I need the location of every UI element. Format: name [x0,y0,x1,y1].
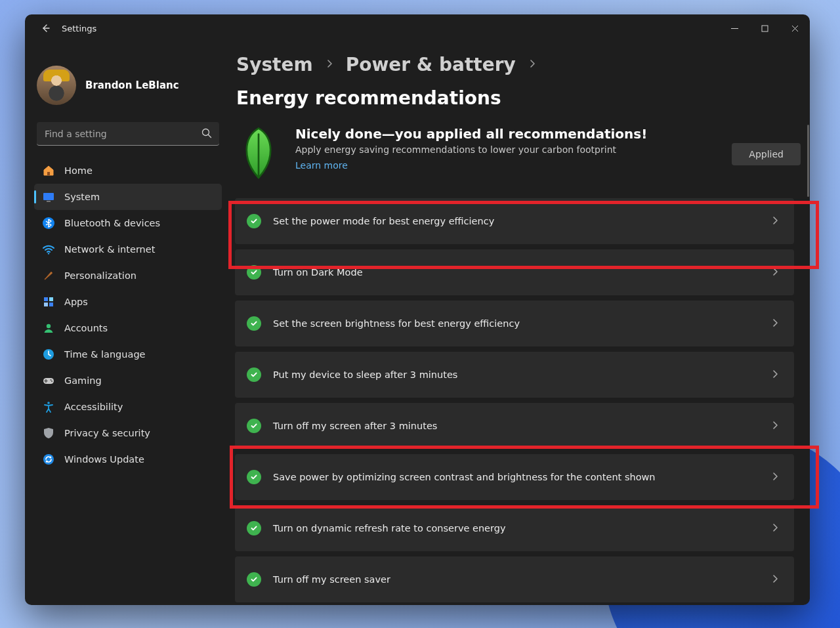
svg-rect-4 [47,201,51,202]
svg-point-11 [47,324,51,328]
recommendation-label: Set the screen brightness for best energ… [273,318,770,329]
chevron-right-icon [770,420,780,432]
svg-rect-7 [44,297,48,301]
recommendation-row[interactable]: Set the screen brightness for best energ… [235,301,794,346]
chevron-right-icon [770,369,780,381]
recommendation-label: Put my device to sleep after 3 minutes [273,369,770,380]
recommendation-label: Turn on Dark Mode [273,267,770,278]
chevron-right-icon [770,266,780,279]
chevron-right-icon [770,574,780,586]
check-icon [247,316,261,331]
sidebar-item-home[interactable]: Home [34,157,222,184]
recommendation-label: Turn off my screen after 3 minutes [273,421,770,431]
sidebar-item-brush[interactable]: Personalization [34,262,222,289]
profile[interactable]: Brandon LeBlanc [34,54,222,122]
sidebar-item-label: Network & internet [64,244,155,255]
recommendation-row[interactable]: Turn on dynamic refresh rate to conserve… [235,505,794,551]
chevron-right-icon [325,58,334,71]
titlebar: Settings [25,14,810,42]
back-button[interactable] [34,17,56,39]
check-icon [247,214,261,228]
sidebar-item-bluetooth[interactable]: Bluetooth & devices [34,210,222,236]
sidebar-item-label: Accessibility [64,402,123,412]
arrow-left-icon [40,23,51,33]
sidebar-item-apps[interactable]: Apps [34,289,222,315]
account-icon [42,322,55,335]
close-icon [791,25,799,32]
apps-icon [42,295,55,308]
user-name: Brandon LeBlanc [85,79,179,91]
recommendation-label: Set the power mode for best energy effic… [273,216,770,226]
sidebar-item-system[interactable]: System [34,184,222,210]
hero: Nicely done—you applied all recommendati… [235,126,807,198]
sidebar-nav: HomeSystemBluetooth & devicesNetwork & i… [34,157,222,472]
chevron-right-icon [770,471,780,484]
sidebar-item-label: Apps [64,297,88,307]
hero-title: Nicely done—you applied all recommendati… [295,126,647,142]
recommendation-row[interactable]: Turn on Dark Mode [235,249,794,295]
breadcrumb-current: Energy recommendations [236,87,501,109]
check-icon [247,521,261,535]
sidebar-item-update[interactable]: Windows Update [34,446,222,472]
settings-window: Settings Brandon LeBlanc HomeSystemBluet… [25,14,810,605]
svg-point-6 [48,253,49,254]
recommendation-row[interactable]: Turn off my screen saver [235,556,794,602]
recommendation-row[interactable]: Put my device to sleep after 3 minutes [235,352,794,398]
sidebar-item-label: Gaming [64,375,102,386]
svg-point-1 [203,129,209,136]
svg-point-17 [43,454,54,465]
sidebar-item-shield[interactable]: Privacy & security [34,420,222,446]
chevron-right-icon [528,58,537,71]
sidebar-item-gaming[interactable]: Gaming [34,367,222,394]
check-icon [247,367,261,382]
brush-icon [42,269,55,282]
learn-more-link[interactable]: Learn more [295,160,348,171]
check-icon [247,419,261,433]
sidebar-item-label: Time & language [64,349,146,360]
breadcrumb-system[interactable]: System [236,54,313,75]
app-title: Settings [62,24,96,33]
minimize-button[interactable] [719,14,749,42]
sidebar-item-label: Home [64,165,93,176]
maximize-button[interactable] [749,14,780,42]
bluetooth-icon [42,217,55,230]
search-input[interactable] [37,122,219,146]
recommendations-list: Set the power mode for best energy effic… [235,198,807,605]
recommendation-label: Turn off my screen saver [273,574,770,585]
sidebar-item-label: Windows Update [64,454,144,465]
sidebar-item-account[interactable]: Accounts [34,315,222,341]
sidebar-item-label: Accounts [64,323,108,333]
svg-rect-9 [44,303,48,306]
home-icon [42,164,55,177]
hero-subtitle: Apply energy saving recommendations to l… [295,144,647,155]
svg-rect-8 [49,297,53,301]
sidebar: Brandon LeBlanc HomeSystemBluetooth & de… [25,42,228,605]
leaf-icon [236,126,281,182]
recommendation-label: Save power by optimizing screen contrast… [273,472,770,482]
update-icon [42,453,55,466]
clock-icon [42,348,55,361]
accessibility-icon [42,400,55,413]
recommendation-row[interactable]: Set the power mode for best energy effic… [235,198,794,244]
breadcrumb-power-battery[interactable]: Power & battery [346,54,516,75]
svg-rect-3 [43,193,54,200]
sidebar-item-label: Privacy & security [64,428,150,438]
shield-icon [42,427,55,440]
sidebar-item-clock[interactable]: Time & language [34,341,222,367]
recommendation-row[interactable]: Turn off my screen after 3 minutes [235,403,794,449]
sidebar-item-label: Personalization [64,270,136,281]
chevron-right-icon [770,318,780,330]
recommendation-label: Turn on dynamic refresh rate to conserve… [273,523,770,534]
search [37,122,219,146]
recommendation-row[interactable]: Save power by optimizing screen contrast… [235,454,794,500]
close-button[interactable] [780,14,810,42]
check-icon [247,470,261,484]
svg-rect-2 [47,172,50,175]
applied-button[interactable]: Applied [732,143,801,165]
minimize-icon [731,25,738,32]
gaming-icon [42,374,55,387]
sidebar-item-wifi[interactable]: Network & internet [34,236,222,262]
avatar [37,66,76,105]
sidebar-item-accessibility[interactable]: Accessibility [34,394,222,420]
main-content: System Power & battery Energy recommenda… [228,42,810,605]
